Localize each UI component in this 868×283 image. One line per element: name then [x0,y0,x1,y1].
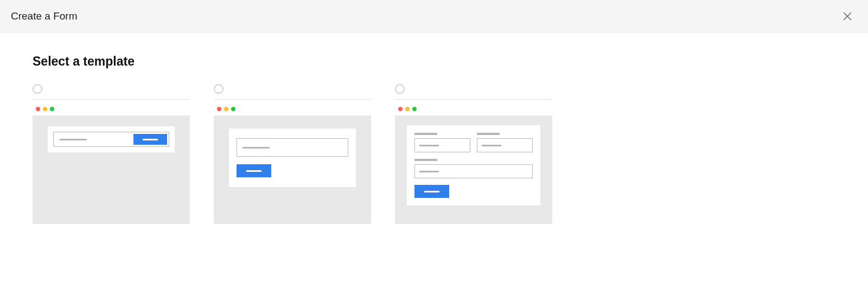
template-preview [33,102,190,224]
mock-col-full [414,159,533,178]
form-mock [407,125,540,205]
mock-input [414,138,470,152]
mock-input [477,138,533,152]
close-button[interactable] [838,7,857,26]
template-radio-row [33,84,190,100]
window-dot-green-icon [50,107,54,111]
close-icon [843,12,852,21]
preview-body [214,115,371,224]
templates-row [33,84,835,224]
mock-inline-input-group [53,132,169,147]
dialog-header: Create a Form [0,0,868,33]
mock-placeholder-icon [419,145,439,146]
window-dot-red-icon [36,107,40,111]
mock-placeholder-icon [419,171,439,172]
preview-chrome [214,102,371,115]
mock-button-label-icon [246,170,261,172]
mock-button-label-icon [424,191,439,192]
mock-submit-button [237,164,271,177]
mock-row [414,133,533,152]
radio-button[interactable] [214,84,224,94]
mock-col [477,133,533,152]
preview-body [33,115,190,224]
template-radio-row [214,84,371,100]
template-preview [214,102,371,224]
form-mock [229,128,356,187]
mock-submit-button [414,185,449,198]
window-dot-red-icon [398,107,403,111]
radio-button[interactable] [33,84,42,94]
template-card-newsletter[interactable] [214,84,371,224]
preview-body [395,115,552,224]
preview-chrome [33,102,190,115]
mock-input [237,138,348,157]
mock-placeholder-icon [482,145,501,146]
window-dot-red-icon [217,107,221,111]
window-dot-yellow-icon [224,107,228,111]
dialog-content: Select a template [0,33,868,246]
mock-label-icon [414,133,437,135]
preview-chrome [395,102,552,115]
mock-label-icon [414,159,437,161]
mock-button-label-icon [143,139,158,140]
mock-input [55,139,133,140]
mock-col [414,133,470,152]
form-mock [48,126,175,152]
mock-label-icon [477,133,500,135]
template-card-simple-contact[interactable] [395,84,552,224]
mock-placeholder-icon [60,139,87,140]
mock-placeholder-icon [242,147,270,149]
section-title: Select a template [33,54,835,69]
template-card-inline-newsletter[interactable] [33,84,190,224]
mock-submit-button [133,134,167,145]
mock-input [414,164,533,178]
template-preview [395,102,552,224]
template-radio-row [395,84,552,100]
window-dot-green-icon [412,107,417,111]
radio-button[interactable] [395,84,405,94]
window-dot-green-icon [231,107,235,111]
dialog-title: Create a Form [11,10,77,22]
window-dot-yellow-icon [43,107,47,111]
window-dot-yellow-icon [405,107,410,111]
